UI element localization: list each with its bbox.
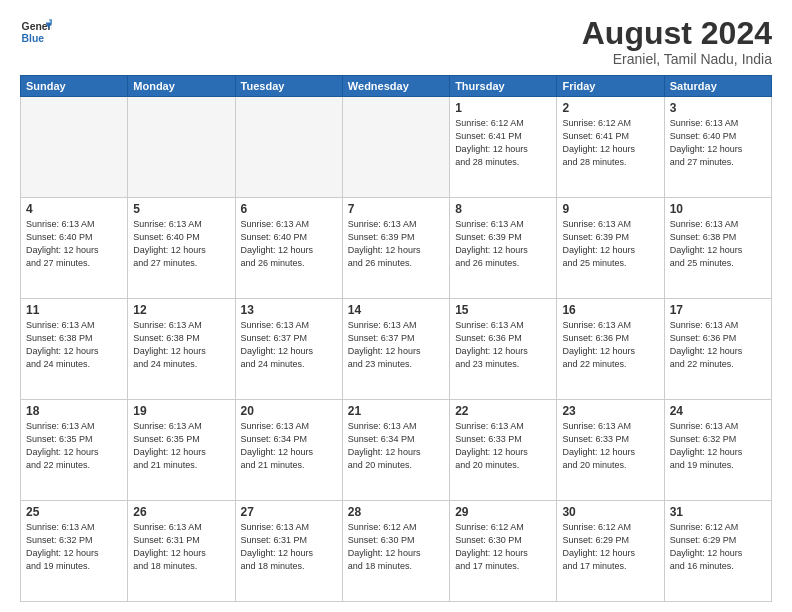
day-number: 2 bbox=[562, 101, 658, 115]
day-detail: Sunrise: 6:13 AM Sunset: 6:40 PM Dayligh… bbox=[670, 117, 766, 169]
day-detail: Sunrise: 6:13 AM Sunset: 6:39 PM Dayligh… bbox=[455, 218, 551, 270]
calendar-cell: 11Sunrise: 6:13 AM Sunset: 6:38 PM Dayli… bbox=[21, 299, 128, 400]
day-number: 30 bbox=[562, 505, 658, 519]
day-number: 13 bbox=[241, 303, 337, 317]
day-detail: Sunrise: 6:13 AM Sunset: 6:37 PM Dayligh… bbox=[241, 319, 337, 371]
day-number: 14 bbox=[348, 303, 444, 317]
day-detail: Sunrise: 6:13 AM Sunset: 6:39 PM Dayligh… bbox=[348, 218, 444, 270]
day-detail: Sunrise: 6:13 AM Sunset: 6:36 PM Dayligh… bbox=[562, 319, 658, 371]
day-detail: Sunrise: 6:13 AM Sunset: 6:31 PM Dayligh… bbox=[133, 521, 229, 573]
day-detail: Sunrise: 6:13 AM Sunset: 6:40 PM Dayligh… bbox=[241, 218, 337, 270]
day-number: 22 bbox=[455, 404, 551, 418]
calendar-cell bbox=[21, 97, 128, 198]
day-detail: Sunrise: 6:12 AM Sunset: 6:30 PM Dayligh… bbox=[455, 521, 551, 573]
day-number: 5 bbox=[133, 202, 229, 216]
header: General Blue August 2024 Eraniel, Tamil … bbox=[20, 16, 772, 67]
day-detail: Sunrise: 6:13 AM Sunset: 6:31 PM Dayligh… bbox=[241, 521, 337, 573]
day-detail: Sunrise: 6:13 AM Sunset: 6:40 PM Dayligh… bbox=[26, 218, 122, 270]
day-detail: Sunrise: 6:13 AM Sunset: 6:35 PM Dayligh… bbox=[133, 420, 229, 472]
day-number: 29 bbox=[455, 505, 551, 519]
header-friday: Friday bbox=[557, 76, 664, 97]
title-block: August 2024 Eraniel, Tamil Nadu, India bbox=[582, 16, 772, 67]
day-detail: Sunrise: 6:13 AM Sunset: 6:39 PM Dayligh… bbox=[562, 218, 658, 270]
header-thursday: Thursday bbox=[450, 76, 557, 97]
day-number: 20 bbox=[241, 404, 337, 418]
day-number: 28 bbox=[348, 505, 444, 519]
day-detail: Sunrise: 6:13 AM Sunset: 6:36 PM Dayligh… bbox=[455, 319, 551, 371]
calendar-cell: 7Sunrise: 6:13 AM Sunset: 6:39 PM Daylig… bbox=[342, 198, 449, 299]
day-detail: Sunrise: 6:13 AM Sunset: 6:32 PM Dayligh… bbox=[26, 521, 122, 573]
day-number: 23 bbox=[562, 404, 658, 418]
day-detail: Sunrise: 6:12 AM Sunset: 6:41 PM Dayligh… bbox=[455, 117, 551, 169]
logo-icon: General Blue bbox=[20, 16, 52, 48]
day-number: 3 bbox=[670, 101, 766, 115]
calendar-cell: 16Sunrise: 6:13 AM Sunset: 6:36 PM Dayli… bbox=[557, 299, 664, 400]
calendar-cell: 4Sunrise: 6:13 AM Sunset: 6:40 PM Daylig… bbox=[21, 198, 128, 299]
day-detail: Sunrise: 6:13 AM Sunset: 6:37 PM Dayligh… bbox=[348, 319, 444, 371]
day-number: 6 bbox=[241, 202, 337, 216]
calendar-cell: 6Sunrise: 6:13 AM Sunset: 6:40 PM Daylig… bbox=[235, 198, 342, 299]
day-detail: Sunrise: 6:13 AM Sunset: 6:38 PM Dayligh… bbox=[133, 319, 229, 371]
header-saturday: Saturday bbox=[664, 76, 771, 97]
day-number: 25 bbox=[26, 505, 122, 519]
calendar-cell: 23Sunrise: 6:13 AM Sunset: 6:33 PM Dayli… bbox=[557, 400, 664, 501]
calendar-cell: 29Sunrise: 6:12 AM Sunset: 6:30 PM Dayli… bbox=[450, 501, 557, 602]
day-number: 12 bbox=[133, 303, 229, 317]
day-detail: Sunrise: 6:13 AM Sunset: 6:34 PM Dayligh… bbox=[241, 420, 337, 472]
calendar-cell: 27Sunrise: 6:13 AM Sunset: 6:31 PM Dayli… bbox=[235, 501, 342, 602]
day-number: 4 bbox=[26, 202, 122, 216]
calendar-cell: 31Sunrise: 6:12 AM Sunset: 6:29 PM Dayli… bbox=[664, 501, 771, 602]
day-number: 24 bbox=[670, 404, 766, 418]
day-detail: Sunrise: 6:13 AM Sunset: 6:38 PM Dayligh… bbox=[670, 218, 766, 270]
svg-text:Blue: Blue bbox=[22, 33, 45, 44]
day-detail: Sunrise: 6:13 AM Sunset: 6:40 PM Dayligh… bbox=[133, 218, 229, 270]
calendar-cell: 25Sunrise: 6:13 AM Sunset: 6:32 PM Dayli… bbox=[21, 501, 128, 602]
header-monday: Monday bbox=[128, 76, 235, 97]
day-number: 9 bbox=[562, 202, 658, 216]
calendar-cell: 26Sunrise: 6:13 AM Sunset: 6:31 PM Dayli… bbox=[128, 501, 235, 602]
calendar-cell bbox=[235, 97, 342, 198]
calendar-cell: 19Sunrise: 6:13 AM Sunset: 6:35 PM Dayli… bbox=[128, 400, 235, 501]
day-detail: Sunrise: 6:13 AM Sunset: 6:35 PM Dayligh… bbox=[26, 420, 122, 472]
calendar-cell: 22Sunrise: 6:13 AM Sunset: 6:33 PM Dayli… bbox=[450, 400, 557, 501]
calendar-cell: 3Sunrise: 6:13 AM Sunset: 6:40 PM Daylig… bbox=[664, 97, 771, 198]
day-number: 18 bbox=[26, 404, 122, 418]
day-number: 19 bbox=[133, 404, 229, 418]
calendar: Sunday Monday Tuesday Wednesday Thursday… bbox=[20, 75, 772, 602]
day-number: 1 bbox=[455, 101, 551, 115]
day-number: 31 bbox=[670, 505, 766, 519]
day-number: 21 bbox=[348, 404, 444, 418]
calendar-cell: 14Sunrise: 6:13 AM Sunset: 6:37 PM Dayli… bbox=[342, 299, 449, 400]
calendar-cell: 24Sunrise: 6:13 AM Sunset: 6:32 PM Dayli… bbox=[664, 400, 771, 501]
calendar-week-3: 11Sunrise: 6:13 AM Sunset: 6:38 PM Dayli… bbox=[21, 299, 772, 400]
calendar-cell: 12Sunrise: 6:13 AM Sunset: 6:38 PM Dayli… bbox=[128, 299, 235, 400]
calendar-week-1: 1Sunrise: 6:12 AM Sunset: 6:41 PM Daylig… bbox=[21, 97, 772, 198]
calendar-cell: 17Sunrise: 6:13 AM Sunset: 6:36 PM Dayli… bbox=[664, 299, 771, 400]
day-number: 17 bbox=[670, 303, 766, 317]
day-detail: Sunrise: 6:13 AM Sunset: 6:38 PM Dayligh… bbox=[26, 319, 122, 371]
calendar-cell: 9Sunrise: 6:13 AM Sunset: 6:39 PM Daylig… bbox=[557, 198, 664, 299]
calendar-cell: 18Sunrise: 6:13 AM Sunset: 6:35 PM Dayli… bbox=[21, 400, 128, 501]
calendar-week-4: 18Sunrise: 6:13 AM Sunset: 6:35 PM Dayli… bbox=[21, 400, 772, 501]
calendar-week-2: 4Sunrise: 6:13 AM Sunset: 6:40 PM Daylig… bbox=[21, 198, 772, 299]
calendar-cell: 28Sunrise: 6:12 AM Sunset: 6:30 PM Dayli… bbox=[342, 501, 449, 602]
subtitle: Eraniel, Tamil Nadu, India bbox=[582, 51, 772, 67]
header-wednesday: Wednesday bbox=[342, 76, 449, 97]
day-detail: Sunrise: 6:12 AM Sunset: 6:41 PM Dayligh… bbox=[562, 117, 658, 169]
day-detail: Sunrise: 6:13 AM Sunset: 6:36 PM Dayligh… bbox=[670, 319, 766, 371]
day-detail: Sunrise: 6:12 AM Sunset: 6:29 PM Dayligh… bbox=[670, 521, 766, 573]
calendar-cell: 5Sunrise: 6:13 AM Sunset: 6:40 PM Daylig… bbox=[128, 198, 235, 299]
day-number: 8 bbox=[455, 202, 551, 216]
day-number: 10 bbox=[670, 202, 766, 216]
day-detail: Sunrise: 6:12 AM Sunset: 6:29 PM Dayligh… bbox=[562, 521, 658, 573]
calendar-cell: 20Sunrise: 6:13 AM Sunset: 6:34 PM Dayli… bbox=[235, 400, 342, 501]
day-number: 26 bbox=[133, 505, 229, 519]
page: General Blue August 2024 Eraniel, Tamil … bbox=[0, 0, 792, 612]
day-number: 27 bbox=[241, 505, 337, 519]
day-detail: Sunrise: 6:13 AM Sunset: 6:33 PM Dayligh… bbox=[562, 420, 658, 472]
calendar-cell: 1Sunrise: 6:12 AM Sunset: 6:41 PM Daylig… bbox=[450, 97, 557, 198]
day-number: 15 bbox=[455, 303, 551, 317]
calendar-cell: 15Sunrise: 6:13 AM Sunset: 6:36 PM Dayli… bbox=[450, 299, 557, 400]
calendar-cell: 8Sunrise: 6:13 AM Sunset: 6:39 PM Daylig… bbox=[450, 198, 557, 299]
calendar-cell: 30Sunrise: 6:12 AM Sunset: 6:29 PM Dayli… bbox=[557, 501, 664, 602]
